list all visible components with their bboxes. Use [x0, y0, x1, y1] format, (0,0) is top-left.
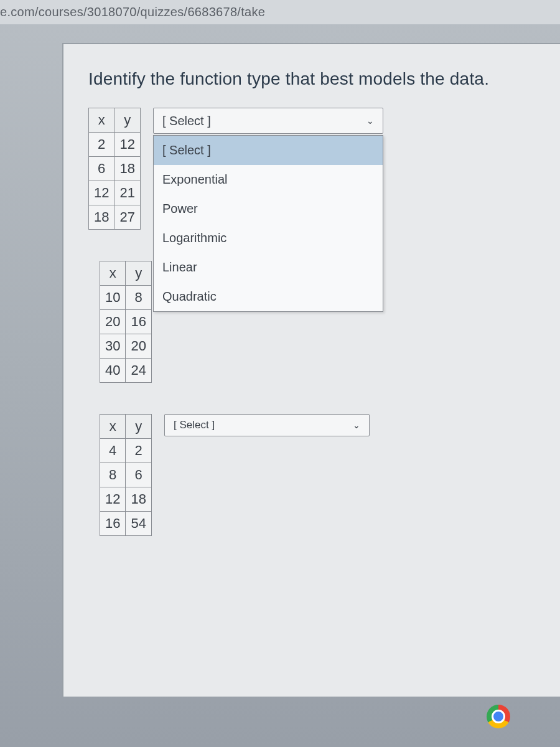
question-prompt: Identify the function type that best mod… — [88, 69, 541, 89]
quiz-content: Identify the function type that best mod… — [62, 43, 560, 697]
table-row: 2016 — [100, 310, 152, 334]
col-y: y — [114, 108, 140, 133]
url-bar: e.com/courses/3018070/quizzes/6683678/ta… — [0, 0, 560, 24]
select-wrap-3: [ Select ] ⌄ — [164, 414, 370, 436]
table-row: 1218 — [100, 487, 152, 512]
dropdown-option-logarithmic[interactable]: Logarithmic — [154, 223, 383, 253]
table-row: 4024 — [100, 359, 152, 383]
dropdown-option-quadratic[interactable]: Quadratic — [154, 282, 383, 311]
data-table-3: x y 42 86 1218 1654 — [100, 414, 152, 536]
col-y: y — [126, 415, 151, 439]
table-row: 618 — [89, 157, 141, 181]
table-row: 1221 — [89, 181, 141, 205]
table-header-row: x y — [100, 415, 152, 439]
data-table-2: x y 108 2016 3020 4024 — [100, 261, 152, 383]
question-row-3: x y 42 86 1218 1654 [ Select ] ⌄ — [100, 414, 541, 536]
table-row: 3020 — [100, 334, 152, 359]
table-row: 1654 — [100, 512, 152, 536]
data-table-1: x y 212 618 1221 1827 — [88, 108, 141, 230]
select-value: [ Select ] — [162, 114, 211, 128]
chevron-down-icon: ⌄ — [353, 420, 360, 430]
dropdown-menu: [ Select ] Exponential Power Logarithmic… — [153, 135, 383, 312]
select-wrap-1: [ Select ] ⌄ [ Select ] Exponential Powe… — [153, 108, 383, 134]
function-type-select-3[interactable]: [ Select ] ⌄ — [164, 414, 370, 436]
select-value: [ Select ] — [174, 419, 215, 431]
table-row: 212 — [89, 133, 141, 157]
dropdown-option-linear[interactable]: Linear — [154, 253, 383, 282]
url-text: e.com/courses/3018070/quizzes/6683678/ta… — [0, 5, 265, 19]
table-row: 1827 — [89, 205, 141, 230]
dropdown-option-power[interactable]: Power — [154, 194, 383, 223]
col-y: y — [126, 261, 151, 286]
table-row: 108 — [100, 286, 152, 310]
col-x: x — [100, 261, 126, 286]
col-x: x — [89, 108, 114, 133]
chevron-down-icon: ⌄ — [366, 116, 374, 126]
table-row: 42 — [100, 439, 152, 463]
chrome-icon[interactable] — [487, 705, 510, 728]
col-x: x — [100, 415, 126, 439]
function-type-select-1[interactable]: [ Select ] ⌄ — [153, 108, 383, 134]
question-row-1: x y 212 618 1221 1827 [ Select ] ⌄ [ Sel… — [88, 108, 541, 230]
dropdown-option-placeholder[interactable]: [ Select ] — [154, 136, 383, 165]
table-header-row: x y — [100, 261, 152, 286]
table-row: 86 — [100, 463, 152, 487]
dropdown-option-exponential[interactable]: Exponential — [154, 165, 383, 194]
table-header-row: x y — [89, 108, 141, 133]
